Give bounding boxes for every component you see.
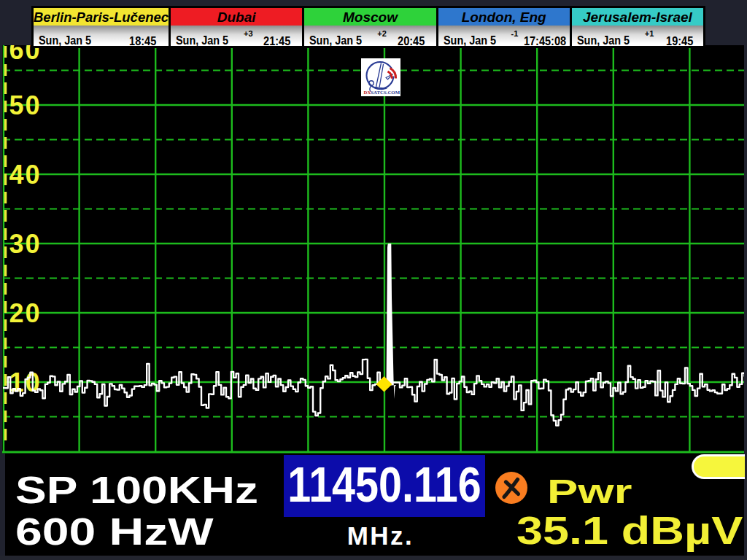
- svg-text:30: 30: [9, 229, 42, 259]
- svg-text:20: 20: [9, 298, 42, 328]
- svg-text:DXSATCS.COM: DXSATCS.COM: [364, 90, 400, 95]
- svg-text:50: 50: [9, 90, 42, 120]
- svg-text:40: 40: [9, 160, 42, 190]
